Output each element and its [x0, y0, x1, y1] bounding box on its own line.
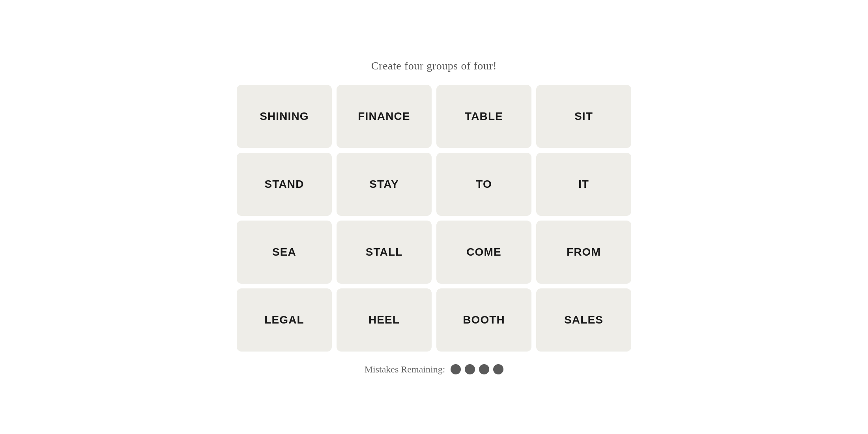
card-label-5: STAY — [369, 178, 399, 191]
card-6[interactable]: TO — [436, 153, 531, 216]
card-label-7: IT — [578, 178, 589, 191]
card-3[interactable]: SIT — [536, 85, 631, 148]
card-4[interactable]: STAND — [237, 153, 332, 216]
card-label-10: COME — [466, 246, 501, 258]
card-11[interactable]: FROM — [536, 221, 631, 284]
card-14[interactable]: BOOTH — [436, 288, 531, 352]
mistakes-row: Mistakes Remaining: — [365, 364, 504, 375]
mistake-dot-2 — [479, 364, 489, 374]
card-label-4: STAND — [265, 178, 304, 191]
card-label-11: FROM — [567, 246, 601, 258]
mistake-dot-1 — [465, 364, 475, 374]
card-10[interactable]: COME — [436, 221, 531, 284]
card-1[interactable]: FINANCE — [337, 85, 432, 148]
card-label-13: HEEL — [369, 314, 400, 326]
game-container: Create four groups of four! SHININGFINAN… — [237, 60, 631, 375]
mistake-dot-0 — [451, 364, 461, 374]
card-12[interactable]: LEGAL — [237, 288, 332, 352]
card-9[interactable]: STALL — [337, 221, 432, 284]
dots-container — [451, 364, 503, 374]
mistake-dot-3 — [493, 364, 503, 374]
card-label-1: FINANCE — [358, 110, 410, 123]
subtitle: Create four groups of four! — [371, 60, 497, 72]
card-8[interactable]: SEA — [237, 221, 332, 284]
word-grid: SHININGFINANCETABLESITSTANDSTAYTOITSEAST… — [237, 85, 631, 352]
card-label-14: BOOTH — [463, 314, 505, 326]
card-label-15: SALES — [564, 314, 603, 326]
card-7[interactable]: IT — [536, 153, 631, 216]
card-label-9: STALL — [366, 246, 403, 258]
mistakes-label: Mistakes Remaining: — [365, 364, 445, 375]
card-0[interactable]: SHINING — [237, 85, 332, 148]
card-label-12: LEGAL — [264, 314, 304, 326]
card-2[interactable]: TABLE — [436, 85, 531, 148]
card-13[interactable]: HEEL — [337, 288, 432, 352]
card-label-2: TABLE — [465, 110, 503, 123]
card-label-8: SEA — [272, 246, 296, 258]
card-15[interactable]: SALES — [536, 288, 631, 352]
card-label-6: TO — [476, 178, 492, 191]
card-5[interactable]: STAY — [337, 153, 432, 216]
card-label-3: SIT — [574, 110, 593, 123]
card-label-0: SHINING — [260, 110, 309, 123]
